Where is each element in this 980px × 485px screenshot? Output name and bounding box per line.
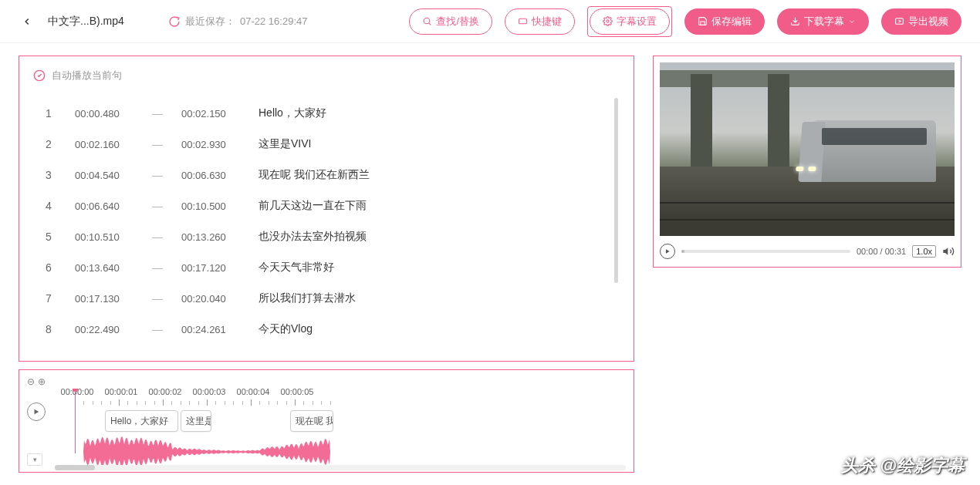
subtitle-end-time[interactable]: 00:24.261 <box>181 324 240 335</box>
subtitle-row[interactable]: 6 00:13.640 — 00:17.120 今天天气非常好 <box>41 252 604 283</box>
subtitle-start-time[interactable]: 00:00.480 <box>75 108 133 120</box>
svg-marker-8 <box>666 249 670 253</box>
video-play-button[interactable] <box>660 244 675 259</box>
shortcut-button[interactable]: 快捷键 <box>505 8 575 35</box>
dash: — <box>152 200 163 212</box>
subtitle-row[interactable]: 2 00:02.160 — 00:02.930 这里是VIVI <box>41 129 604 160</box>
subtitle-row[interactable]: 3 00:04.540 — 00:06.630 现在呢 我们还在新西兰 <box>41 160 604 190</box>
subtitle-text[interactable]: 前几天这边一直在下雨 <box>259 199 604 213</box>
subtitle-settings-highlight: 字幕设置 <box>587 6 672 37</box>
save-edit-label: 保存编辑 <box>711 15 752 29</box>
dash: — <box>152 231 163 243</box>
zoom-in-icon[interactable]: ⊕ <box>38 376 46 387</box>
timeline-horizontal-scrollbar[interactable] <box>55 465 626 470</box>
dash: — <box>152 169 163 181</box>
subtitle-end-time[interactable]: 00:13.260 <box>181 231 240 243</box>
subtitle-text[interactable]: 今天的Vlog <box>259 322 604 336</box>
timeline-clip[interactable]: 现在呢 我 <box>290 410 333 432</box>
download-subtitle-button[interactable]: 下载字幕 <box>777 8 869 35</box>
autoplay-label: 自动播放当前句 <box>52 69 122 83</box>
subtitle-end-time[interactable]: 00:02.150 <box>181 108 240 120</box>
subtitle-index: 1 <box>41 107 56 120</box>
subtitle-end-time[interactable]: 00:17.120 <box>181 262 240 274</box>
autoplay-icon[interactable] <box>33 69 46 82</box>
svg-marker-7 <box>35 409 39 415</box>
subtitle-text[interactable]: 现在呢 我们还在新西兰 <box>259 168 604 182</box>
timeline-clip[interactable]: Hello，大家好 <box>105 410 178 432</box>
subtitle-end-time[interactable]: 00:06.630 <box>181 170 240 181</box>
subtitle-index: 4 <box>41 200 56 212</box>
timeline-clip-row[interactable]: Hello，大家好这里是现在呢 我 <box>56 410 626 433</box>
svg-point-3 <box>607 20 609 22</box>
timeline-ruler[interactable]: 00:00:0000:00:0100:00:0200:00:0300:00:04… <box>56 389 626 409</box>
dash: — <box>152 261 163 274</box>
svg-rect-2 <box>519 19 527 24</box>
svg-point-0 <box>424 18 431 24</box>
subtitle-end-time[interactable]: 00:02.930 <box>181 139 240 150</box>
last-saved: 最近保存： 07-22 16:29:47 <box>168 15 307 29</box>
svg-rect-5 <box>896 19 904 25</box>
subtitle-start-time[interactable]: 00:04.540 <box>75 170 133 181</box>
shortcut-label: 快捷键 <box>532 15 562 29</box>
video-time: 00:00 / 00:31 <box>857 247 906 256</box>
subtitle-start-time[interactable]: 00:02.160 <box>75 139 133 150</box>
subtitle-index: 3 <box>41 169 56 181</box>
subtitle-text[interactable]: Hello，大家好 <box>259 106 604 120</box>
video-progress-bar[interactable] <box>681 250 850 253</box>
subtitle-start-time[interactable]: 00:10.510 <box>75 231 133 243</box>
subtitle-list-panel: 自动播放当前句 1 00:00.480 — 00:02.150 Hello，大家… <box>19 56 634 362</box>
subtitle-text[interactable]: 也没办法去室外拍视频 <box>259 230 604 244</box>
timeline-panel: ⊖ ⊕ ▾ 00:00:0000:00:0100:00:0200:00:0300… <box>19 369 634 473</box>
subtitle-end-time[interactable]: 00:10.500 <box>181 200 240 212</box>
svg-marker-9 <box>943 248 948 254</box>
dash: — <box>152 107 163 120</box>
subtitle-row[interactable]: 5 00:10.510 — 00:13.260 也没办法去室外拍视频 <box>41 221 604 252</box>
subtitle-start-time[interactable]: 00:13.640 <box>75 262 133 274</box>
subtitle-index: 7 <box>41 292 56 305</box>
subtitle-row[interactable]: 1 00:00.480 — 00:02.150 Hello，大家好 <box>41 98 604 129</box>
filename: 中文字...B).mp4 <box>48 15 125 29</box>
subtitle-index: 5 <box>41 231 56 243</box>
subtitle-row[interactable]: 7 00:17.130 — 00:20.040 所以我们打算去潜水 <box>41 283 604 314</box>
subtitle-row[interactable]: 4 00:06.640 — 00:10.500 前几天这边一直在下雨 <box>41 190 604 221</box>
volume-icon[interactable] <box>942 245 955 258</box>
dash: — <box>152 292 163 305</box>
subtitle-index: 6 <box>41 261 56 274</box>
dash: — <box>152 323 163 335</box>
svg-line-1 <box>429 23 431 25</box>
subtitle-index: 8 <box>41 323 56 335</box>
subtitle-start-time[interactable]: 00:06.640 <box>75 200 133 212</box>
dash: — <box>152 138 163 150</box>
timeline-waveform <box>56 436 626 467</box>
timeline-play-button[interactable] <box>27 402 46 421</box>
timeline-clip[interactable]: 这里是 <box>181 410 211 432</box>
video-speed-button[interactable]: 1.0x <box>912 245 936 258</box>
chevron-down-icon <box>848 18 856 25</box>
subtitle-settings-button[interactable]: 字幕设置 <box>590 8 670 35</box>
find-replace-button[interactable]: 查找/替换 <box>409 8 492 35</box>
subtitle-row[interactable]: 8 00:22.490 — 00:24.261 今天的Vlog <box>41 314 604 345</box>
timeline-track-dropdown[interactable]: ▾ <box>27 453 42 466</box>
export-video-button[interactable]: 导出视频 <box>881 8 961 35</box>
save-prefix: 最近保存： <box>185 15 235 29</box>
save-edit-button[interactable]: 保存编辑 <box>684 8 765 35</box>
subtitle-end-time[interactable]: 00:20.040 <box>181 293 240 305</box>
video-preview-panel: 00:00 / 00:31 1.0x <box>653 56 961 268</box>
find-replace-label: 查找/替换 <box>436 15 479 29</box>
subtitle-text[interactable]: 今天天气非常好 <box>259 261 604 274</box>
header-bar: 中文字...B).mp4 最近保存： 07-22 16:29:47 查找/替换 … <box>0 0 980 43</box>
export-label: 导出视频 <box>908 15 948 29</box>
subtitle-start-time[interactable]: 00:22.490 <box>75 324 133 335</box>
back-button[interactable] <box>19 13 35 30</box>
video-frame[interactable] <box>660 62 955 236</box>
subtitle-index: 2 <box>41 138 56 150</box>
subtitle-text[interactable]: 这里是VIVI <box>259 137 604 151</box>
subtitle-scrollbar[interactable] <box>614 98 618 283</box>
watermark: 头杀 @绘影字幕 <box>841 454 965 477</box>
download-label: 下载字幕 <box>804 15 844 29</box>
save-icon <box>168 15 181 28</box>
zoom-out-icon[interactable]: ⊖ <box>27 376 35 387</box>
subtitle-start-time[interactable]: 00:17.130 <box>75 293 133 305</box>
subtitle-text[interactable]: 所以我们打算去潜水 <box>259 291 604 305</box>
subtitle-settings-label: 字幕设置 <box>617 15 657 29</box>
